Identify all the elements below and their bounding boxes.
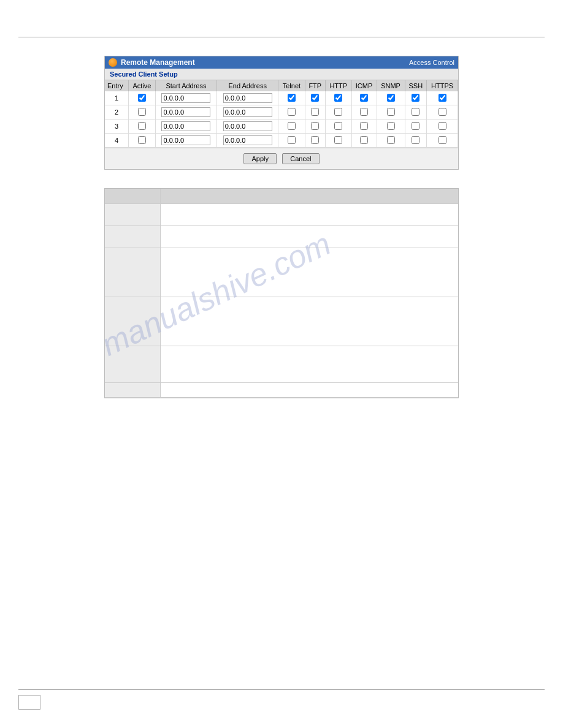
rm-panel: Remote Management Access Control Secured…	[104, 56, 459, 170]
https-checkbox-4[interactable]	[439, 136, 446, 144]
https-cell-4[interactable]	[427, 134, 458, 148]
entry-3: 3	[105, 119, 129, 134]
snmp-checkbox-4[interactable]	[387, 136, 395, 144]
http-checkbox-1[interactable]	[334, 94, 342, 102]
snmp-cell-1[interactable]	[377, 91, 405, 105]
end-address-3[interactable]	[217, 119, 278, 134]
ftp-checkbox-2[interactable]	[311, 108, 319, 116]
http-cell-4[interactable]	[326, 134, 351, 148]
start-address-1[interactable]	[155, 91, 216, 105]
icmp-cell-1[interactable]	[351, 91, 377, 105]
active-checkbox-3[interactable]	[129, 119, 156, 134]
cancel-button[interactable]: Cancel	[282, 153, 319, 164]
telnet-cell-1[interactable]	[278, 91, 305, 105]
active-input-2[interactable]	[138, 108, 146, 116]
end-address-1[interactable]	[217, 91, 278, 105]
end-address-4[interactable]	[217, 134, 278, 148]
ssh-checkbox-2[interactable]	[412, 108, 419, 116]
ssh-cell-1[interactable]	[405, 91, 427, 105]
snmp-checkbox-3[interactable]	[387, 122, 395, 130]
https-cell-2[interactable]	[427, 105, 458, 119]
ref-table-container	[104, 188, 459, 398]
active-input-3[interactable]	[138, 122, 146, 130]
ftp-cell-3[interactable]	[305, 119, 326, 134]
https-cell-3[interactable]	[427, 119, 458, 134]
active-checkbox-1[interactable]	[129, 91, 156, 105]
ref-cell-value-4	[160, 297, 458, 346]
page-container: Remote Management Access Control Secured…	[0, 0, 563, 728]
ssh-cell-2[interactable]	[405, 105, 427, 119]
icmp-checkbox-4[interactable]	[360, 136, 368, 144]
col-entry: Entry	[105, 80, 129, 91]
ftp-cell-1[interactable]	[305, 91, 326, 105]
https-checkbox-2[interactable]	[439, 108, 446, 116]
icmp-checkbox-3[interactable]	[360, 122, 368, 130]
telnet-cell-3[interactable]	[278, 119, 305, 134]
ssh-cell-3[interactable]	[405, 119, 427, 134]
icmp-cell-4[interactable]	[351, 134, 377, 148]
col-snmp: SNMP	[377, 80, 405, 91]
start-input-3[interactable]	[161, 121, 210, 131]
rm-title: Remote Management	[121, 58, 195, 67]
telnet-checkbox-4[interactable]	[288, 136, 296, 144]
icmp-cell-2[interactable]	[351, 105, 377, 119]
telnet-checkbox-3[interactable]	[288, 122, 296, 130]
icmp-checkbox-1[interactable]	[360, 94, 368, 102]
ftp-checkbox-1[interactable]	[311, 94, 319, 102]
http-cell-2[interactable]	[326, 105, 351, 119]
ref-col2-header	[160, 189, 458, 203]
snmp-checkbox-2[interactable]	[387, 108, 395, 116]
https-checkbox-3[interactable]	[439, 122, 446, 130]
ssh-checkbox-1[interactable]	[412, 94, 419, 102]
ref-table	[105, 189, 458, 398]
ref-cell-value-3	[160, 248, 458, 297]
ssh-cell-4[interactable]	[405, 134, 427, 148]
end-input-2[interactable]	[223, 107, 272, 117]
http-checkbox-3[interactable]	[334, 122, 342, 130]
ftp-cell-4[interactable]	[305, 134, 326, 148]
active-checkbox-4[interactable]	[129, 134, 156, 148]
end-address-2[interactable]	[217, 105, 278, 119]
start-address-2[interactable]	[155, 105, 216, 119]
snmp-checkbox-1[interactable]	[387, 94, 395, 102]
page-number-box	[18, 695, 40, 710]
telnet-checkbox-1[interactable]	[288, 94, 296, 102]
end-input-4[interactable]	[223, 135, 272, 145]
end-input-3[interactable]	[223, 121, 272, 131]
http-cell-3[interactable]	[326, 119, 351, 134]
end-input-1[interactable]	[223, 93, 272, 103]
snmp-cell-2[interactable]	[377, 105, 405, 119]
ftp-checkbox-3[interactable]	[311, 122, 319, 130]
start-input-2[interactable]	[161, 107, 210, 117]
start-address-4[interactable]	[155, 134, 216, 148]
ssh-checkbox-4[interactable]	[412, 136, 419, 144]
http-checkbox-2[interactable]	[334, 108, 342, 116]
active-checkbox-2[interactable]	[129, 105, 156, 119]
entry-4: 4	[105, 134, 129, 148]
start-input-4[interactable]	[161, 135, 210, 145]
icmp-checkbox-2[interactable]	[360, 108, 368, 116]
ref-cell-value-5	[160, 346, 458, 382]
ref-row-6	[105, 382, 458, 397]
ref-cell-value-2	[160, 226, 458, 248]
telnet-checkbox-2[interactable]	[288, 108, 296, 116]
http-cell-1[interactable]	[326, 91, 351, 105]
ftp-cell-2[interactable]	[305, 105, 326, 119]
https-checkbox-1[interactable]	[439, 94, 446, 102]
apply-button[interactable]: Apply	[243, 153, 277, 164]
ssh-checkbox-3[interactable]	[412, 122, 419, 130]
http-checkbox-4[interactable]	[334, 136, 342, 144]
https-cell-1[interactable]	[427, 91, 458, 105]
snmp-cell-4[interactable]	[377, 134, 405, 148]
entry-2: 2	[105, 105, 129, 119]
col-http: HTTP	[326, 80, 351, 91]
telnet-cell-4[interactable]	[278, 134, 305, 148]
active-input-1[interactable]	[138, 94, 146, 102]
start-address-3[interactable]	[155, 119, 216, 134]
icmp-cell-3[interactable]	[351, 119, 377, 134]
active-input-4[interactable]	[138, 136, 146, 144]
telnet-cell-2[interactable]	[278, 105, 305, 119]
ftp-checkbox-4[interactable]	[311, 136, 319, 144]
start-input-1[interactable]	[161, 93, 210, 103]
snmp-cell-3[interactable]	[377, 119, 405, 134]
